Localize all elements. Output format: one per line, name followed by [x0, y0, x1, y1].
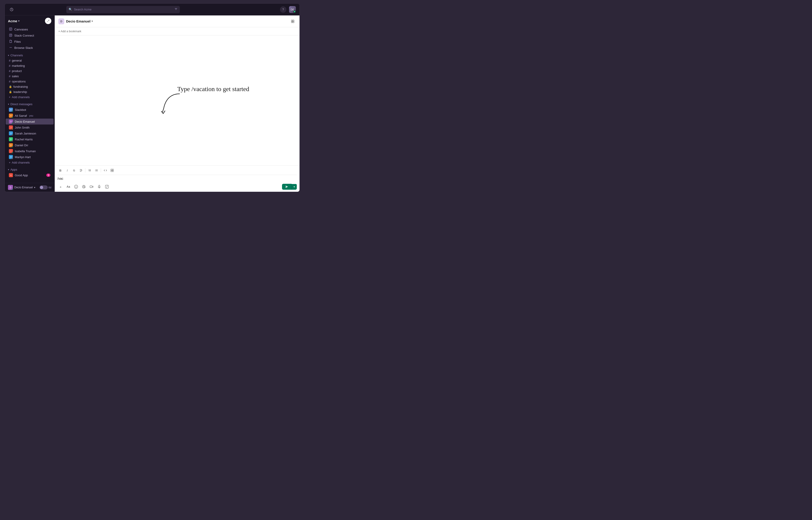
channels-section-header[interactable]: ▾ Channels	[5, 51, 54, 58]
svg-point-11	[10, 47, 11, 48]
dm-name: Daniel Orr	[15, 144, 28, 147]
workspace-name-label: Acme	[8, 19, 17, 23]
sidebar-item-leadership[interactable]: 🔒 leadership	[6, 89, 54, 95]
status-dot	[12, 116, 13, 118]
user-chevron-icon: ▾	[34, 186, 35, 189]
sidebar-item-slack-connect[interactable]: Slack Connect	[6, 32, 54, 38]
status-dot	[12, 111, 13, 112]
dm-rachel-harris[interactable]: R Rachel Harris	[6, 136, 54, 142]
svg-point-36	[83, 186, 84, 187]
sidebar: Acme ▾	[5, 16, 55, 192]
dm-name: Sarah Jamieson	[15, 132, 36, 135]
dm-sarah-jamieson[interactable]: S Sarah Jamieson	[6, 130, 54, 136]
top-bar-right: ? DE	[280, 6, 296, 13]
more-icon	[9, 46, 12, 50]
mention-button[interactable]	[81, 184, 87, 190]
dm-slackbot[interactable]: S Slackbot	[6, 107, 54, 113]
input-value: /vac	[57, 177, 63, 180]
dm-john-smith[interactable]: J John Smith	[6, 125, 54, 130]
channel-header: D Decio Emanuel ▾	[55, 16, 299, 27]
dm-ali-sarraf[interactable]: A Ali Sarraf you	[6, 113, 54, 119]
emoji-button[interactable]	[73, 184, 79, 190]
sidebar-item-fundraising[interactable]: 🔒 fundraising	[6, 84, 54, 89]
dm-avatar: S	[9, 131, 13, 135]
bullet-list-button[interactable]	[93, 167, 100, 173]
help-button[interactable]: ?	[280, 6, 286, 13]
sidebar-item-product[interactable]: # product	[6, 69, 54, 74]
add-channels-button[interactable]: + Add channels	[6, 95, 54, 100]
search-placeholder: Search Acme	[74, 8, 91, 11]
sidebar-item-operations[interactable]: # operations	[6, 79, 54, 84]
hash-icon: #	[9, 75, 10, 78]
svg-text:3: 3	[88, 170, 89, 172]
dm-section-label: Direct messages	[10, 102, 32, 106]
code-button[interactable]	[102, 167, 108, 173]
dm-avatar: D	[9, 143, 13, 147]
ordered-list-button[interactable]: 1 2 3	[87, 167, 93, 173]
svg-rect-16	[293, 21, 294, 23]
add-attachment-button[interactable]: +	[57, 184, 64, 190]
italic-button[interactable]: I	[64, 167, 70, 173]
sidebar-item-sales[interactable]: # sales	[6, 74, 54, 79]
status-dot	[12, 128, 13, 130]
message-area: Type /vacation to get started	[55, 35, 299, 165]
channel-name: leadership	[13, 90, 27, 94]
send-button[interactable]	[282, 184, 292, 190]
dm-name: Slackbot	[15, 108, 26, 111]
slack-connect-icon	[9, 34, 12, 37]
sidebar-item-general[interactable]: # general	[6, 58, 54, 63]
dm-daniel-orr[interactable]: D Daniel Orr	[6, 142, 54, 148]
composer-bottom: + Aa	[57, 184, 297, 190]
message-input[interactable]: /vac	[57, 176, 297, 182]
channel-name: general	[12, 59, 22, 62]
history-button[interactable]	[8, 6, 15, 13]
svg-point-10	[9, 47, 10, 48]
dm-avatar: I	[9, 149, 13, 153]
sidebar-item-marketing[interactable]: # marketing	[6, 63, 54, 69]
sidebar-item-browse-slack[interactable]: Browse Slack	[6, 45, 54, 51]
user-avatar-button[interactable]: DE	[289, 6, 296, 13]
dm-chevron-icon: ▾	[8, 103, 9, 105]
dm-marilyn-hart[interactable]: M Marilyn Hart	[6, 154, 54, 160]
slash-button[interactable]	[104, 184, 110, 190]
composer-toolbar: B I S	[57, 167, 297, 175]
search-bar[interactable]: 🔍 Search Acme	[66, 6, 180, 13]
sidebar-item-canvases[interactable]: Canvases	[6, 26, 54, 32]
send-dropdown-button[interactable]: ▾	[292, 184, 297, 190]
more-format-button[interactable]	[109, 167, 115, 173]
add-bookmark-button[interactable]: + Add a bookmark	[58, 30, 81, 33]
dm-decio-emanuel[interactable]: D Decio Emanuel	[6, 119, 54, 125]
strikethrough-button[interactable]: S	[71, 167, 77, 173]
svg-rect-38	[90, 186, 92, 188]
dm-isabella-truman[interactable]: I Isabella Truman	[6, 148, 54, 154]
sidebar-item-files[interactable]: Files	[6, 38, 54, 45]
lock-icon: 🔒	[9, 85, 12, 88]
dm-section-header[interactable]: ▾ Direct messages	[5, 100, 54, 107]
hash-icon: #	[9, 64, 10, 68]
format-button[interactable]: Aa	[65, 184, 72, 190]
dm-avatar: M	[9, 155, 13, 159]
svg-point-26	[96, 170, 96, 170]
apps-section-header[interactable]: ▾ Apps	[5, 165, 54, 172]
toggle-thumb	[40, 186, 43, 189]
bold-button[interactable]: B	[57, 167, 63, 173]
hash-icon: #	[9, 69, 10, 73]
user-status-button[interactable]: D Decio Emanuel ▾	[8, 185, 35, 190]
user-avatar: D	[8, 185, 13, 190]
compose-button[interactable]	[45, 18, 51, 24]
channel-name: product	[12, 69, 22, 73]
svg-rect-15	[291, 21, 293, 23]
link-button[interactable]	[78, 167, 84, 173]
workspace-name-button[interactable]: Acme ▾	[8, 19, 20, 23]
canvases-label: Canvases	[14, 28, 28, 31]
dnd-toggle[interactable]	[39, 185, 48, 189]
bookmark-bar: + Add a bookmark	[55, 27, 299, 35]
app-good-app[interactable]: G Good App 1	[6, 172, 54, 178]
open-in-button[interactable]	[290, 18, 296, 25]
add-dm-button[interactable]: + Add channels	[6, 160, 54, 165]
video-button[interactable]	[88, 184, 95, 190]
audio-button[interactable]	[96, 184, 102, 190]
content-area: D Decio Emanuel ▾	[55, 16, 299, 192]
channel-name-button[interactable]: Decio Emanuel ▾	[66, 19, 93, 23]
search-icon: 🔍	[69, 8, 72, 11]
